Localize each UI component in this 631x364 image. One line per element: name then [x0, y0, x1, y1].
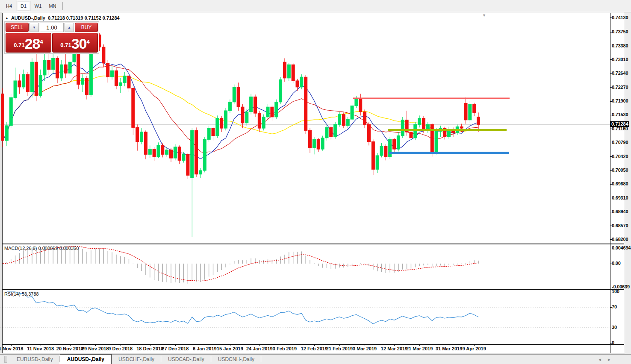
- price-axis-label: 0.68570: [612, 223, 628, 228]
- date-axis-label: 15 Jan 2019: [217, 346, 243, 351]
- sell-price-big: 28: [25, 36, 40, 51]
- pane-splitter-rsi[interactable]: [2, 289, 624, 290]
- chart-tab-bar: EURUSD-,DailyAUDUSD-,DailyUSDCHF-,DailyU…: [0, 354, 631, 364]
- chart-tab-usdchfdaily[interactable]: USDCHF-,Daily: [112, 355, 161, 364]
- price-axis-label: 0.70790: [612, 140, 628, 145]
- price-axis-label: 0.74130: [612, 15, 628, 20]
- buy-button[interactable]: BUY: [75, 23, 98, 32]
- date-axis-label: 20 Nov 2018: [56, 346, 84, 351]
- chart-title-symbol: AUDUSD-,Daily: [11, 15, 45, 21]
- chart-tab-audusddaily[interactable]: AUDUSD-,Daily: [60, 354, 112, 364]
- buy-quote-tile[interactable]: 0.71304: [52, 33, 98, 53]
- rsi-axis-label: 70: [612, 304, 617, 309]
- price-axis-label: 0.72270: [612, 85, 628, 90]
- toolbar-separator: [62, 2, 63, 10]
- tabbar-grip[interactable]: [4, 356, 7, 363]
- price-axis-label: 0.71900: [612, 98, 628, 103]
- scroll-left-icon[interactable]: ◄: [598, 357, 602, 362]
- sell-price-pip: 4: [40, 33, 43, 50]
- date-axis-label: 6 Jan 2019: [193, 346, 217, 351]
- chart-tab-eurusddaily[interactable]: EURUSD-,Daily: [10, 355, 60, 364]
- date-axis-label: 31 Mar 2019: [436, 346, 462, 351]
- horizontal-scrollbar: ◄ ►: [598, 357, 611, 362]
- price-axis-label: 0.70050: [612, 167, 628, 173]
- timeframe-button-h4[interactable]: H4: [2, 1, 16, 11]
- price-axis-label: 0.71530: [612, 112, 628, 117]
- date-axis-label: 9 Dec 2018: [108, 346, 133, 351]
- chart-tab-usdcnhdaily[interactable]: USDCNH-,Daily: [211, 355, 261, 364]
- price-axis-label: 0.73380: [612, 43, 628, 48]
- price-axis-label: 0.69310: [612, 195, 628, 200]
- date-axis-label: 9 Apr 2019: [463, 346, 486, 351]
- symbol-triangle-icon: ▲: [5, 16, 9, 20]
- pane-splitter-macd[interactable]: [2, 244, 624, 244]
- sell-button[interactable]: SELL: [6, 23, 29, 32]
- price-axis-label: 0.73750: [612, 29, 628, 34]
- date-axis-label: 18 Dec 2018: [136, 346, 163, 351]
- timeframe-button-mn[interactable]: MN: [46, 1, 59, 11]
- chart-shift-marker-icon[interactable]: ▼: [482, 13, 486, 18]
- one-click-trade-panel: SELL ▼ ▲ BUY 0.71284 0.71304: [4, 21, 99, 54]
- price-axis-label: 0.69680: [612, 181, 628, 186]
- date-axis-label: 1 Nov 2018: [0, 346, 23, 351]
- sell-quote-tile[interactable]: 0.71284: [6, 33, 51, 53]
- date-axis-label: 3 Feb 2019: [273, 346, 297, 351]
- scroll-right-icon[interactable]: ►: [607, 357, 611, 362]
- price-axis-label: 0.72640: [612, 70, 628, 76]
- chart-tab-usdcaddaily[interactable]: USDCAD-,Daily: [161, 355, 211, 364]
- rsi-axis-label: 0: [612, 340, 614, 345]
- price-axis-label: 0.70420: [612, 154, 628, 159]
- rsi-label: RSI(14) 53.3788: [4, 291, 39, 296]
- timeframe-button-w1[interactable]: W1: [31, 1, 45, 11]
- macd-label: MACD(12,26,9) 0.000869 0.000350: [4, 246, 79, 251]
- date-axis-label: 12 Mar 2019: [381, 346, 407, 351]
- date-axis-label: 27 Dec 2018: [162, 346, 189, 351]
- date-axis-label: 11 Nov 2018: [27, 346, 54, 351]
- volume-input[interactable]: [40, 23, 64, 32]
- date-axis-label: 3 Mar 2019: [353, 346, 377, 351]
- date-axis-label: 21 Mar 2019: [406, 346, 433, 351]
- price-axis-label: 0.68940: [612, 209, 628, 214]
- volume-decrease-button[interactable]: ▼: [29, 23, 39, 32]
- date-axis-label: 12 Feb 2019: [301, 346, 327, 351]
- chart-title-ohlc: 0.71218 0.71319 0.71152 0.71284: [48, 15, 120, 21]
- buy-price-pip: 4: [86, 33, 89, 50]
- price-axis-label: 0.68200: [612, 237, 628, 242]
- current-price-tag: 0.71284: [610, 121, 629, 127]
- rsi-axis-label: 30: [612, 325, 617, 330]
- rsi-axis-label: 100: [612, 289, 619, 294]
- window-right-strip: [625, 13, 631, 364]
- timeframe-toolbar: H4 D1 W1 MN: [0, 0, 631, 12]
- date-axis-label: 24 Jan 2019: [246, 346, 273, 351]
- volume-increase-button[interactable]: ▲: [65, 23, 74, 32]
- date-axis-label: 21 Feb 2019: [326, 346, 353, 351]
- sell-price-prefix: 0.71: [14, 40, 24, 51]
- timeframe-button-d1[interactable]: D1: [17, 1, 30, 11]
- chart-title: ▲ AUDUSD-,Daily 0.71218 0.71319 0.71152 …: [5, 15, 120, 21]
- date-axis-label: 29 Nov 2018: [82, 346, 109, 351]
- macd-axis-zero: 0.00: [612, 261, 621, 266]
- buy-price-prefix: 0.71: [60, 40, 71, 51]
- price-axis-label: 0.73010: [612, 57, 628, 62]
- chart-window[interactable]: [2, 13, 624, 353]
- buy-price-big: 30: [71, 36, 87, 51]
- macd-axis-max: 0.004694: [612, 245, 631, 250]
